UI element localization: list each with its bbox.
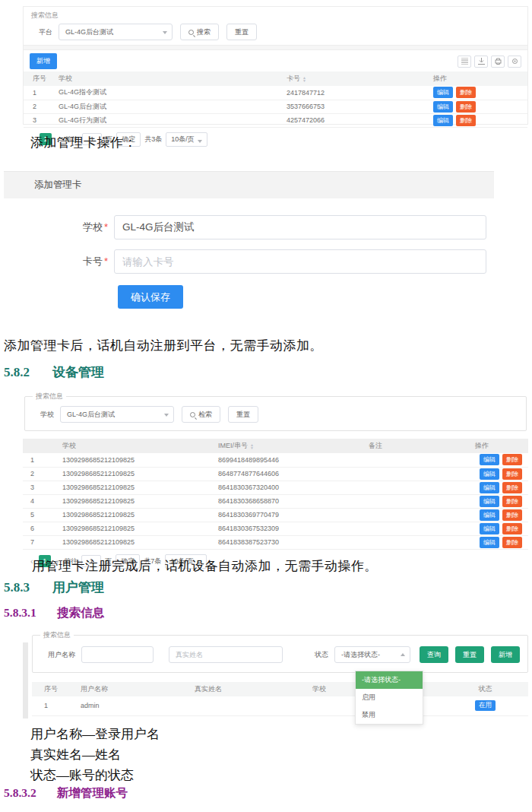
manual-page: 搜索信息 平台 GL-4G后台测试 搜索 重置 新增 [0,0,532,812]
school-select[interactable]: GL-4G后台测试 [60,406,174,423]
chevron-up-icon [401,653,405,656]
required-mark: * [104,255,108,267]
device-table: 学校 IMEI/串号 备注 操作 1 1309298685212109825 8… [23,439,528,550]
delete-button[interactable]: 删除 [502,468,522,480]
col-imei[interactable]: IMEI/串号 [215,439,366,453]
settings-icon[interactable] [508,56,521,68]
edit-button[interactable]: 编辑 [480,537,499,548]
col-school: 学校 [44,439,215,453]
edit-button[interactable]: 编辑 [480,523,499,534]
school-field[interactable] [114,215,486,239]
delete-button[interactable]: 删除 [502,523,522,534]
school-select-value: GL-4G后台测试 [67,410,115,420]
search-button[interactable]: 检索 [182,406,220,423]
required-mark: * [104,221,108,233]
delete-button[interactable]: 删除 [502,537,522,548]
grid-icon[interactable] [458,56,471,68]
realname-input[interactable] [169,646,283,663]
user-table: 序号 用户名称 真实姓名 学校 状态 1 admin 在用 [32,682,528,716]
platform-label: 平台 [39,27,52,37]
panel-title: 添加管理卡 [34,179,82,192]
panel-title-bar: 添加管理卡 [4,171,494,198]
col-remark: 备注 [366,439,472,453]
chevron-down-icon [198,140,202,143]
edit-button[interactable]: 编辑 [433,87,453,98]
status-select[interactable]: -请选择状态- [334,646,410,663]
edit-button[interactable]: 编辑 [433,101,453,113]
col-school: 学校 [55,71,283,86]
edit-button[interactable]: 编辑 [433,115,453,126]
table-row: 2 1309298685212109825 8648774877644606 编… [23,467,528,481]
screenshot-device-management: 搜索信息 学校 GL-4G后台测试 检索 重置 学校 [23,392,528,545]
table-row: 7 1309298685212109825 8641838387523730 编… [23,535,528,549]
school-label: 学校* [4,220,114,234]
reset-button[interactable]: 重置 [455,646,484,663]
screenshot-user-management: 搜索信息 用户名称 状态 -请选择状态- 查询 重置 新增 [23,635,528,721]
edit-button[interactable]: 编辑 [480,509,499,521]
col-realname: 真实姓名 [192,682,309,696]
chevron-down-icon [163,31,167,34]
para-after-add: 添加管理卡后，话机自动注册到平台，无需手动添加。 [4,337,323,354]
confirm-save-button[interactable]: 确认保存 [118,285,183,309]
user-search-area: 搜索信息 用户名称 状态 -请选择状态- 查询 重置 新增 [32,635,528,673]
table-row: 3 1309298685212109825 8641830367320400 编… [23,481,528,494]
card-table: 序号 学校 卡号 操作 1 GL-4G指令测试 2417847712 编辑删除 … [24,71,527,128]
card-search-area: 搜索信息 平台 GL-4G后台测试 搜索 重置 [24,7,527,45]
username-label: 用户名称 [48,650,75,660]
table-row: 1 admin 在用 [32,696,528,715]
table-row: 3 GL-4G行为测试 4257472066 编辑删除 [24,113,527,127]
query-button[interactable]: 查询 [420,646,448,663]
edit-button[interactable]: 编辑 [480,454,499,465]
heading-5-8-3-1: 5.8.3.1搜索信息 [4,605,104,621]
delete-button[interactable]: 删除 [502,482,522,493]
platform-select[interactable]: GL-4G后台测试 [59,24,173,40]
delete-button[interactable]: 删除 [456,101,476,113]
table-row: 4 1309298685212109825 8641830368658870 编… [23,494,528,508]
delete-button[interactable]: 删除 [456,115,476,126]
username-input[interactable] [81,646,154,663]
delete-button[interactable]: 删除 [502,496,522,507]
dropdown-option[interactable]: 启用 [356,689,423,706]
card-number-field[interactable] [114,249,486,274]
edit-button[interactable]: 编辑 [480,468,499,480]
search-icon [188,30,194,35]
search-legend: 搜索信息 [40,630,74,640]
note-line: 真实姓名—姓名 [30,744,160,765]
delete-button[interactable]: 删除 [456,87,476,98]
col-username: 用户名称 [78,682,192,696]
edit-button[interactable]: 编辑 [480,496,499,507]
delete-button[interactable]: 删除 [502,454,522,465]
reset-button[interactable]: 重置 [226,24,257,40]
chevron-down-icon [164,414,169,417]
scrollbar-strip [23,642,28,718]
search-button[interactable]: 搜索 [180,24,219,40]
divider [24,45,527,50]
dropdown-option[interactable]: 禁用 [356,706,423,724]
add-user-button[interactable]: 新增 [491,646,520,663]
screenshot-card-management: 搜索信息 平台 GL-4G后台测试 搜索 重置 新增 [23,6,528,125]
para-after-register: 用管理卡注册完成后，话机设备自动添加，无需手动操作。 [32,557,378,575]
card-number-label: 卡号* [4,255,114,268]
status-label: 状态 [315,650,328,660]
add-card-button[interactable]: 新增 [30,53,57,69]
print-icon[interactable] [491,56,505,68]
col-action: 操作 [472,439,528,453]
delete-button[interactable]: 删除 [502,509,522,521]
col-action: 操作 [430,71,527,86]
col-card[interactable]: 卡号 [283,71,430,86]
table-row: 1 GL-4G指令测试 2417847712 编辑删除 [24,86,527,100]
dropdown-option[interactable]: -请选择状态- [356,671,423,689]
reset-button[interactable]: 重置 [228,406,258,423]
status-dropdown: -请选择状态- 启用 禁用 [355,671,423,725]
search-icon [190,412,195,417]
school-label: 学校 [40,410,54,420]
heading-5-8-3-2: 5.8.3.2新增管理账号 [4,785,128,801]
add-card-panel: 添加管理卡 学校* 卡号* 确认保存 [4,171,494,198]
page-size-select[interactable]: 10条/页 [166,132,207,147]
search-legend: 搜索信息 [31,11,520,21]
col-index: 序号 [32,682,78,696]
device-search-area: 搜索信息 学校 GL-4G后台测试 检索 重置 [24,396,527,431]
edit-button[interactable]: 编辑 [480,482,499,493]
download-icon[interactable] [474,56,488,68]
note-line: 状态—账号的状态 [30,765,160,785]
